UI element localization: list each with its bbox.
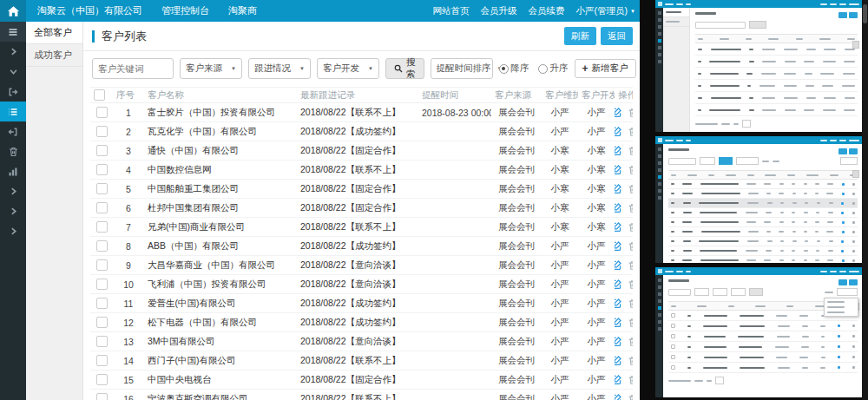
row-checkbox[interactable]	[96, 374, 108, 385]
refresh-button[interactable]: 刷新	[564, 27, 596, 45]
edit-icon[interactable]	[615, 202, 622, 213]
delete-icon[interactable]	[628, 260, 634, 271]
status-select[interactable]: 跟进情况▼	[248, 58, 311, 79]
sidebar-list-icon[interactable]	[0, 102, 26, 121]
back-button[interactable]: 返回	[601, 27, 633, 45]
home-button[interactable]	[0, 0, 26, 22]
row-actions	[615, 390, 633, 400]
edit-icon[interactable]	[615, 317, 622, 328]
source-select[interactable]: 客户来源▼	[180, 58, 242, 79]
row-checkbox[interactable]	[96, 355, 108, 366]
latest-record: 2018/08/22【联系不上】	[297, 351, 418, 370]
sort-asc-radio[interactable]: 升序	[538, 62, 569, 75]
delete-icon[interactable]	[628, 108, 634, 118]
delete-icon[interactable]	[628, 318, 634, 328]
preview-thumbnail-2[interactable]	[655, 136, 862, 263]
edit-icon[interactable]	[615, 355, 622, 366]
column-header: 客户名称	[144, 88, 297, 103]
delete-icon[interactable]	[628, 356, 634, 366]
row-number: 8	[113, 237, 144, 256]
latest-record: 2018/08/22【成功签约】	[297, 237, 418, 256]
search-button[interactable]: 搜索	[385, 58, 424, 79]
sidebar-trash-icon[interactable]	[0, 141, 26, 161]
latest-record: 2018/08/22【固定合作】	[297, 141, 418, 161]
row-checkbox[interactable]	[96, 164, 108, 175]
delete-icon[interactable]	[628, 203, 634, 213]
edit-icon[interactable]	[615, 393, 622, 400]
nav-site-home[interactable]: 网站首页	[433, 5, 470, 17]
edit-icon[interactable]	[615, 259, 622, 271]
row-checkbox[interactable]	[96, 221, 108, 233]
edit-icon[interactable]	[615, 336, 622, 347]
sidebar-chevron-down-icon[interactable]	[0, 62, 26, 82]
customer-developer: 小严	[578, 390, 615, 400]
sidebar-login-icon[interactable]	[0, 82, 26, 102]
user-menu[interactable]: 小严(管理员)▼	[576, 5, 635, 17]
keyword-input[interactable]	[92, 58, 174, 79]
delete-icon[interactable]	[628, 127, 634, 137]
text-dash	[700, 250, 737, 252]
delete-icon[interactable]	[628, 165, 634, 175]
customer-keeper: 小寒	[542, 218, 578, 237]
select-all-checkbox[interactable]	[94, 89, 105, 101]
edit-icon[interactable]	[615, 279, 622, 290]
row-checkbox[interactable]	[96, 279, 108, 290]
side-menu-item-1[interactable]: 全部客户	[26, 22, 82, 44]
nav-member-upgrade[interactable]: 会员升级	[481, 5, 517, 17]
edit-icon[interactable]	[615, 164, 622, 175]
develop-select[interactable]: 客户开发▼	[317, 58, 379, 79]
sidebar-chevron-right-icon[interactable]	[0, 221, 26, 241]
row-checkbox[interactable]	[96, 145, 108, 156]
preview-thumbnail-3[interactable]	[655, 267, 862, 397]
edit-icon[interactable]	[615, 221, 622, 233]
edit-icon[interactable]	[615, 183, 622, 194]
edit-icon[interactable]	[615, 145, 622, 156]
delete-icon[interactable]	[628, 394, 634, 400]
delete-icon[interactable]	[628, 298, 634, 309]
edit-icon[interactable]	[615, 298, 622, 309]
nav-console[interactable]: 管理控制台	[161, 4, 209, 17]
add-customer-button[interactable]: + 新增客户	[575, 59, 636, 78]
row-checkbox[interactable]	[96, 298, 108, 309]
latest-record: 2018/08/22【成功签约】	[297, 294, 418, 313]
sort-desc-radio[interactable]: 降序	[499, 62, 529, 75]
side-menu-item-2[interactable]: 成功客户	[26, 44, 82, 67]
delete-icon[interactable]	[628, 375, 634, 385]
delete-icon[interactable]	[628, 337, 634, 347]
edit-icon[interactable]	[615, 126, 622, 137]
edit-icon[interactable]	[615, 107, 622, 118]
row-checkbox[interactable]	[96, 240, 108, 252]
text-dash	[804, 109, 814, 111]
sidebar-chevron-right-icon[interactable]	[0, 201, 26, 221]
row-checkbox[interactable]	[96, 317, 108, 328]
row-checkbox[interactable]	[96, 202, 108, 213]
delete-icon[interactable]	[628, 279, 634, 290]
delete-icon[interactable]	[628, 146, 634, 156]
delete-icon[interactable]	[628, 184, 634, 194]
sidebar-chevron-right-icon[interactable]	[0, 42, 26, 62]
nav-member-renew[interactable]: 会员续费	[529, 5, 565, 17]
sidebar-chevron-right-icon[interactable]	[0, 181, 26, 201]
customer-name: 杜邦中国集团有限公司	[144, 199, 297, 218]
nav-shop[interactable]: 淘聚商	[228, 4, 257, 17]
row-checkbox[interactable]	[96, 393, 108, 400]
sort-select[interactable]: 提醒时间排序▼	[431, 58, 493, 79]
preview-scrollbar-thumb[interactable]	[863, 4, 867, 23]
sidebar-logout-icon[interactable]	[0, 121, 26, 141]
sidebar-chart-icon[interactable]	[0, 161, 26, 181]
brand-company-link[interactable]: 淘聚云（中国）有限公司	[37, 4, 142, 17]
text-dash	[784, 73, 796, 75]
row-checkbox[interactable]	[96, 107, 108, 118]
preview-scrollbar[interactable]	[862, 0, 868, 400]
delete-icon[interactable]	[628, 222, 634, 233]
row-checkbox[interactable]	[96, 259, 108, 271]
sidebar-menu-icon[interactable]	[0, 22, 26, 42]
delete-icon[interactable]	[628, 241, 634, 252]
edit-icon[interactable]	[615, 374, 622, 385]
edit-icon[interactable]	[615, 240, 622, 252]
row-checkbox[interactable]	[96, 336, 108, 347]
row-checkbox[interactable]	[96, 183, 108, 194]
text-dash	[740, 367, 765, 369]
row-checkbox[interactable]	[96, 126, 108, 137]
preview-thumbnail-1[interactable]	[655, 0, 862, 132]
